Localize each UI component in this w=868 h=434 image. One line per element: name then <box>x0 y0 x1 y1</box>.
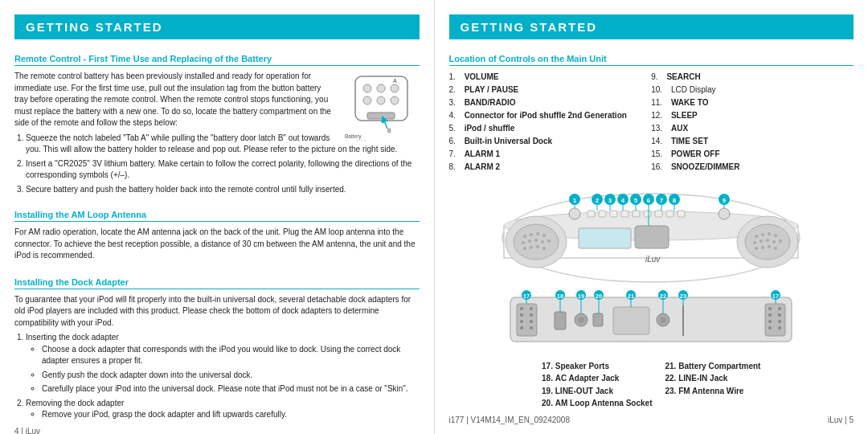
svg-rect-88 <box>517 304 537 336</box>
svg-point-42 <box>755 247 758 250</box>
svg-point-41 <box>779 240 782 243</box>
dock-step-1: Inserting the dock adapter Choose a dock… <box>26 332 420 395</box>
ctrl-8: 8. ALARM 2 <box>449 161 652 174</box>
am-loop-body: For AM radio operation, locate the AM an… <box>14 227 420 262</box>
svg-point-48 <box>569 208 580 219</box>
left-footer: 4 | iLuv <box>14 424 420 435</box>
ctrl-21: 21. Battery Compartment <box>665 360 761 373</box>
svg-point-28 <box>530 246 533 249</box>
svg-point-94 <box>530 320 533 323</box>
am-loop-title: Installing the AM Loop Antenna <box>14 210 420 222</box>
svg-point-102 <box>768 320 772 323</box>
svg-rect-50 <box>599 211 606 217</box>
svg-text:17: 17 <box>772 293 779 300</box>
remote-control-title: Remote Control - First Time Use and Repl… <box>14 54 420 66</box>
dock-adapter-section: Installing the Dock Adapter To guarantee… <box>14 271 420 424</box>
svg-point-29 <box>536 245 539 248</box>
battery-illustration: A B Battery door latch <box>343 72 420 141</box>
svg-text:iLuv: iLuv <box>645 255 661 264</box>
svg-rect-57 <box>678 211 685 217</box>
svg-point-44 <box>768 245 771 248</box>
svg-point-105 <box>778 326 781 330</box>
svg-rect-49 <box>588 211 595 217</box>
svg-point-100 <box>768 313 772 317</box>
svg-point-33 <box>755 235 758 238</box>
controls-right-col: 9. SEARCH 10. LCD Display 11. WAKE TO 12… <box>651 71 854 174</box>
svg-rect-110 <box>613 307 649 334</box>
remote-steps: Squeeze the notch labeled "Tab A" while … <box>26 133 420 196</box>
bottom-labels-left: 17. Speaker Ports 18. AC Adapter Jack 19… <box>542 360 652 410</box>
svg-point-108 <box>578 317 584 323</box>
ctrl-20: 20. AM Loop Antenna Socket <box>542 397 652 410</box>
svg-text:19: 19 <box>578 293 584 300</box>
svg-text:4: 4 <box>621 197 625 204</box>
svg-text:21: 21 <box>628 293 634 300</box>
ctrl-18: 18. AC Adapter Jack <box>542 372 652 385</box>
svg-point-25 <box>541 240 544 244</box>
svg-point-26 <box>547 240 551 243</box>
svg-rect-51 <box>610 211 617 217</box>
page: GETTING STARTED Remote Control - First T… <box>0 0 868 434</box>
controls-list: 1. VOLUME 2. PLAY / PAUSE 3. BAND/RADIO … <box>449 71 854 174</box>
svg-point-39 <box>766 239 769 242</box>
ctrl-9: 9. SEARCH <box>651 71 854 84</box>
svg-rect-56 <box>666 211 674 217</box>
device-top-svg: iLuv 1 2 3 4 5 6 7 8 <box>494 182 808 286</box>
dock-adapter-title: Installing the Dock Adapter <box>14 277 420 289</box>
svg-point-27 <box>523 247 526 250</box>
svg-rect-46 <box>579 228 631 248</box>
svg-point-99 <box>778 307 781 310</box>
ctrl-6: 6. Built-in Universal Dock <box>449 135 652 148</box>
ctrl-19: 19. LINE-OUT Jack <box>542 385 652 398</box>
remote-control-body: A B Battery door latch <box>14 71 420 198</box>
controls-title: Location of Controls on the Main Unit <box>449 54 854 66</box>
svg-rect-8 <box>367 113 395 119</box>
ctrl-5: 5. iPod / shuffle <box>449 122 652 135</box>
bottom-labels-right: 21. Battery Compartment 22. LINE-IN Jack… <box>665 360 761 410</box>
svg-point-18 <box>523 235 526 238</box>
svg-point-58 <box>719 208 730 219</box>
ctrl-2: 2. PLAY / PAUSE <box>449 84 652 96</box>
dock-step-2: Removing the dock adapter Remove your iP… <box>26 398 420 421</box>
svg-rect-52 <box>621 211 628 217</box>
right-footer: i177 | V14M14_IM_EN_09242008 iLuv | 5 <box>449 412 854 424</box>
ctrl-13: 13. AUX <box>651 122 854 135</box>
svg-point-23 <box>528 240 531 243</box>
svg-text:17: 17 <box>523 293 530 300</box>
battery-svg: A B Battery door latch <box>343 72 420 141</box>
svg-point-93 <box>520 320 523 323</box>
dock-adapter-body: To guarantee that your iPod will fit pro… <box>14 294 420 330</box>
svg-point-112 <box>660 317 666 323</box>
svg-point-3 <box>391 84 399 92</box>
right-footer-text: iLuv | 5 <box>828 416 854 424</box>
svg-text:5: 5 <box>634 197 638 204</box>
remote-step-2: Insert a "CR2025" 3V lithium battery. Ma… <box>26 158 420 182</box>
svg-rect-87 <box>510 297 792 342</box>
svg-text:A: A <box>393 78 397 84</box>
right-header: GETTING STARTED <box>449 14 854 39</box>
left-footer-text: 4 | iLuv <box>14 427 40 435</box>
svg-text:23: 23 <box>680 293 686 300</box>
svg-point-6 <box>391 96 399 104</box>
svg-point-2 <box>377 84 385 92</box>
svg-text:door latch: door latch <box>345 139 368 141</box>
svg-rect-97 <box>765 304 785 336</box>
svg-point-45 <box>774 247 777 250</box>
svg-point-37 <box>753 241 756 244</box>
svg-point-35 <box>768 232 771 235</box>
svg-point-104 <box>768 326 772 330</box>
svg-rect-47 <box>635 226 669 248</box>
right-column: GETTING STARTED Location of Controls on … <box>435 0 869 434</box>
svg-rect-109 <box>593 313 603 326</box>
left-column: GETTING STARTED Remote Control - First T… <box>0 0 434 434</box>
dock-steps: Inserting the dock adapter Choose a dock… <box>26 332 420 421</box>
svg-text:8: 8 <box>673 197 677 204</box>
ctrl-11: 11. WAKE TO <box>651 96 854 109</box>
remote-step-3: Secure battery and push the battery hold… <box>26 184 420 196</box>
ctrl-16: 16. SNOOZE/DIMMER <box>651 161 854 174</box>
svg-point-96 <box>530 326 533 330</box>
am-loop-section: Installing the AM Loop Antenna For AM ra… <box>14 203 420 265</box>
ctrl-17: 17. Speaker Ports <box>542 360 652 373</box>
svg-rect-106 <box>555 312 566 330</box>
ctrl-3: 3. BAND/RADIO <box>449 96 652 109</box>
